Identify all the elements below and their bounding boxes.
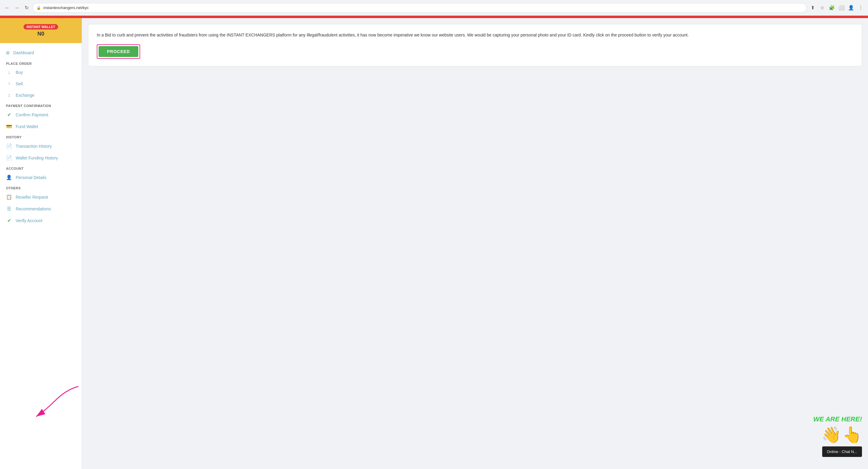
- back-button[interactable]: ←: [4, 4, 11, 11]
- main-content: In a Bid to curb and prevent the activit…: [82, 18, 868, 469]
- sidebar-item-dashboard[interactable]: ⊞ Dashboard: [0, 47, 82, 59]
- sidebar-item-personal-details[interactable]: 👤 Personal Details: [0, 171, 82, 183]
- sell-label: Sell: [16, 82, 23, 86]
- share-icon[interactable]: ⬆: [809, 4, 816, 11]
- exchange-icon: ↕: [6, 93, 12, 98]
- wallet-funding-history-icon: 📄: [6, 155, 12, 161]
- verify-account-icon: ✔: [6, 218, 12, 223]
- recommendations-icon: ☰: [6, 206, 12, 212]
- confirm-payment-icon: ✔: [6, 112, 12, 118]
- wallet-no: N0: [37, 31, 44, 37]
- notice-text: In a Bid to curb and prevent the activit…: [97, 32, 853, 38]
- reseller-request-icon: 📋: [6, 194, 12, 200]
- proceed-button[interactable]: PROCEED: [98, 46, 138, 57]
- url-text: instantexchangers.net/kyc: [43, 5, 89, 10]
- sidebar-item-exchange[interactable]: ↕ Exchange: [0, 90, 82, 101]
- sidebar-item-confirm-payment[interactable]: ✔ Confirm Payment: [0, 109, 82, 121]
- reload-button[interactable]: ↻: [23, 4, 30, 11]
- pointing-hand-icon: 👆: [842, 426, 862, 444]
- sidebar-item-buy[interactable]: ↓ Buy: [0, 67, 82, 78]
- personal-details-label: Personal Details: [16, 175, 46, 180]
- fund-wallet-icon: 💳: [6, 124, 12, 129]
- chat-online-button[interactable]: Online - Chat N...: [822, 446, 862, 457]
- recommendations-label: Recommendations: [16, 207, 51, 211]
- browser-chrome: ← → ↻ 🔒 instantexchangers.net/kyc ⬆ ☆ 🧩 …: [0, 0, 868, 16]
- address-bar[interactable]: 🔒 instantexchangers.net/kyc: [33, 3, 807, 13]
- sidebar-header: INSTANT WALLET N0: [0, 18, 82, 43]
- sidebar-item-wallet-funding-history[interactable]: 📄 Wallet Funding History: [0, 152, 82, 164]
- menu-icon[interactable]: ⋮: [857, 4, 864, 11]
- profile-icon[interactable]: 👤: [847, 4, 855, 11]
- sidebar-item-reseller-request[interactable]: 📋 Reseller Request: [0, 191, 82, 203]
- we-are-here-text: WE ARE HERE!: [813, 415, 862, 423]
- buy-icon: ↓: [6, 70, 12, 75]
- hand-icons: 👋 👆: [822, 426, 862, 444]
- transaction-history-label: Transaction History: [16, 144, 52, 149]
- sidebar-item-transaction-history[interactable]: 📄 Transaction History: [0, 140, 82, 152]
- fund-wallet-label: Fund Wallet: [16, 124, 38, 129]
- app-layout: INSTANT WALLET N0 ⊞ Dashboard PLACE ORDE…: [0, 18, 868, 469]
- top-red-bar: [0, 16, 868, 18]
- instant-wallet-badge: INSTANT WALLET: [24, 24, 58, 30]
- section-history: HISTORY: [0, 132, 82, 140]
- confirm-payment-label: Confirm Payment: [16, 113, 48, 117]
- proceed-btn-wrapper: PROCEED: [97, 44, 140, 59]
- sell-icon: ↑: [6, 81, 12, 87]
- section-others: OTHERS: [0, 183, 82, 191]
- section-account: ACCOUNT: [0, 164, 82, 171]
- dashboard-label: Dashboard: [13, 50, 34, 55]
- sidebar-nav: ⊞ Dashboard PLACE ORDER ↓ Buy ↑ Sell ↕ E…: [0, 43, 82, 230]
- transaction-history-icon: 📄: [6, 143, 12, 149]
- waving-hand-icon: 👋: [822, 426, 841, 444]
- verify-account-label: Verify Account: [16, 218, 42, 223]
- bookmark-icon[interactable]: ☆: [818, 4, 826, 11]
- sidebar-item-verify-account[interactable]: ✔ Verify Account: [0, 215, 82, 226]
- notice-card: In a Bid to curb and prevent the activit…: [88, 24, 862, 66]
- section-place-order: PLACE ORDER: [0, 59, 82, 67]
- split-screen-icon[interactable]: ⬜: [838, 4, 845, 11]
- forward-button[interactable]: →: [13, 4, 21, 11]
- sidebar-item-fund-wallet[interactable]: 💳 Fund Wallet: [0, 121, 82, 132]
- sidebar-item-sell[interactable]: ↑ Sell: [0, 78, 82, 90]
- extensions-icon[interactable]: 🧩: [828, 4, 835, 11]
- wallet-funding-history-label: Wallet Funding History: [16, 156, 58, 160]
- section-payment-confirmation: PAYMENT CONFIRMATION: [0, 101, 82, 109]
- browser-actions: ⬆ ☆ 🧩 ⬜ 👤 ⋮: [809, 4, 864, 11]
- chat-widget-area: WE ARE HERE! 👋 👆 Online - Chat N...: [813, 415, 862, 457]
- lock-icon: 🔒: [36, 6, 41, 10]
- sidebar-item-recommendations[interactable]: ☰ Recommendations: [0, 203, 82, 215]
- reseller-request-label: Reseller Request: [16, 195, 48, 199]
- buy-label: Buy: [16, 70, 23, 75]
- sidebar: INSTANT WALLET N0 ⊞ Dashboard PLACE ORDE…: [0, 18, 82, 469]
- dashboard-icon: ⊞: [6, 50, 10, 55]
- personal-details-icon: 👤: [6, 175, 12, 180]
- exchange-label: Exchange: [16, 93, 34, 98]
